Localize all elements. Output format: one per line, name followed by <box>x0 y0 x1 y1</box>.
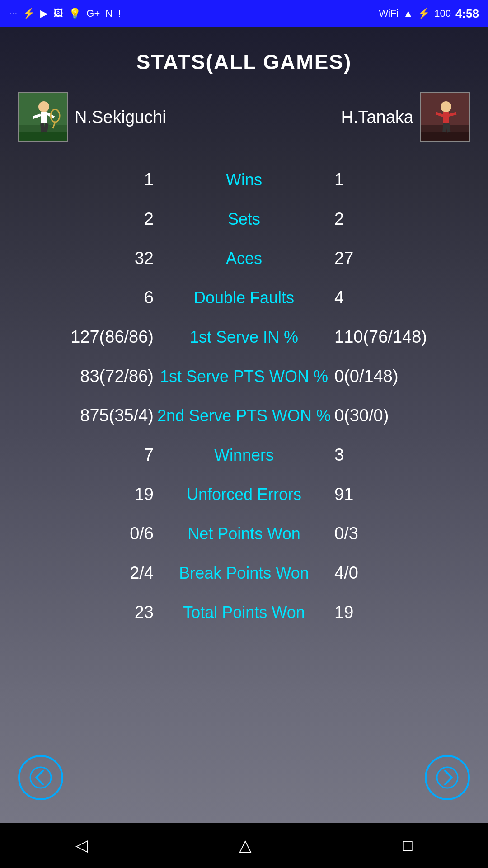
stat-left-value-7: 7 <box>36 445 154 465</box>
stat-left-value-11: 23 <box>36 603 154 622</box>
stat-label-7: Winners <box>154 446 334 465</box>
svg-rect-4 <box>41 112 47 123</box>
notification-icon: ··· <box>9 8 17 19</box>
stat-label-1: Sets <box>154 210 334 229</box>
stat-right-value-10: 4/0 <box>334 563 452 583</box>
image-icon: 🖼 <box>53 8 63 19</box>
wifi-icon: WiFi <box>379 8 399 19</box>
stat-label-11: Total Points Won <box>154 603 334 622</box>
main-content: STATS(ALL GAMES) <box>0 27 488 823</box>
stat-left-value-10: 2/4 <box>36 563 154 583</box>
player-right-name: H.Tanaka <box>341 108 413 127</box>
android-recent-btn[interactable]: □ <box>403 836 413 855</box>
media-icon: ▶ <box>40 8 48 19</box>
stat-label-4: 1st Serve IN % <box>154 328 334 347</box>
android-back-btn[interactable]: ◁ <box>75 836 88 855</box>
players-row: N.Sekiguchi <box>0 83 488 151</box>
status-time: 4:58 <box>455 7 479 21</box>
stat-label-8: Unforced Errors <box>154 485 334 504</box>
stat-right-value-11: 19 <box>334 603 452 622</box>
exclaim-icon: ! <box>118 8 121 19</box>
player-right-avatar <box>420 92 470 142</box>
stat-row: 32Aces27 <box>9 239 479 278</box>
android-home-btn[interactable]: △ <box>239 836 252 855</box>
stat-left-value-6: 875(35/4) <box>36 406 154 425</box>
stat-right-value-2: 27 <box>334 249 452 268</box>
svg-point-3 <box>38 101 49 112</box>
battery-icon: ⚡ <box>418 8 430 19</box>
stat-row: 7Winners3 <box>9 435 479 475</box>
stat-label-2: Aces <box>154 249 334 268</box>
stat-right-value-7: 3 <box>334 445 452 465</box>
stat-right-value-0: 1 <box>334 170 452 189</box>
stat-left-value-5: 83(72/86) <box>36 367 154 386</box>
stat-right-value-1: 2 <box>334 209 452 229</box>
stat-right-value-6: 0(30/0) <box>334 406 452 425</box>
player-right: H.Tanaka <box>341 92 470 142</box>
signal-icon: ▲ <box>403 8 413 19</box>
stats-container: 1Wins12Sets232Aces276Double Faults4127(8… <box>0 160 488 746</box>
player-left-avatar <box>18 92 68 142</box>
stat-row: 2/4Break Points Won4/0 <box>9 553 479 593</box>
svg-point-14 <box>441 101 451 112</box>
android-nav-bar: ◁ △ □ <box>0 823 488 868</box>
stat-row: 875(35/4)2nd Serve PTS WON %0(30/0) <box>9 396 479 435</box>
battery-level: 100 <box>434 8 451 19</box>
stat-row: 83(72/86)1st Serve PTS WON %0(0/148) <box>9 357 479 396</box>
stat-left-value-1: 2 <box>36 209 154 229</box>
gplus-icon: G+ <box>86 8 100 19</box>
stat-left-value-0: 1 <box>36 170 154 189</box>
stat-label-5: 1st Serve PTS WON % <box>154 367 334 386</box>
stat-label-3: Double Faults <box>154 288 334 307</box>
stat-row: 6Double Faults4 <box>9 278 479 317</box>
stat-left-value-4: 127(86/86) <box>36 327 154 347</box>
stat-row: 19Unforced Errors91 <box>9 475 479 514</box>
stat-left-value-9: 0/6 <box>36 524 154 543</box>
stat-right-value-4: 110(76/148) <box>334 327 452 347</box>
back-button[interactable] <box>18 755 63 800</box>
stat-row: 0/6Net Points Won0/3 <box>9 514 479 553</box>
status-icons-left: ··· ⚡ ▶ 🖼 💡 G+ N ! <box>9 8 121 19</box>
svg-rect-15 <box>443 112 449 123</box>
stat-row: 1Wins1 <box>9 160 479 199</box>
svg-rect-2 <box>19 132 68 142</box>
player-left: N.Sekiguchi <box>18 92 166 142</box>
stat-row: 23Total Points Won19 <box>9 593 479 632</box>
bottom-nav <box>0 746 488 814</box>
svg-point-21 <box>437 767 458 788</box>
stat-left-value-2: 32 <box>36 249 154 268</box>
svg-point-20 <box>30 767 51 788</box>
stat-label-6: 2nd Serve PTS WON % <box>154 406 334 425</box>
stat-right-value-5: 0(0/148) <box>334 367 452 386</box>
stat-right-value-9: 0/3 <box>334 524 452 543</box>
stat-label-0: Wins <box>154 170 334 189</box>
bulb-icon: 💡 <box>69 8 81 19</box>
nfc-icon: N <box>105 8 113 19</box>
svg-rect-13 <box>421 132 470 142</box>
status-icons-right: WiFi ▲ ⚡ 100 4:58 <box>379 7 479 21</box>
stat-row: 127(86/86)1st Serve IN %110(76/148) <box>9 317 479 357</box>
stat-right-value-8: 91 <box>334 485 452 504</box>
page-title: STATS(ALL GAMES) <box>0 36 488 83</box>
stat-row: 2Sets2 <box>9 199 479 239</box>
player-left-name: N.Sekiguchi <box>75 108 166 127</box>
stat-right-value-3: 4 <box>334 288 452 307</box>
stat-left-value-3: 6 <box>36 288 154 307</box>
stat-label-10: Break Points Won <box>154 564 334 583</box>
stat-left-value-8: 19 <box>36 485 154 504</box>
usb-icon: ⚡ <box>23 8 35 19</box>
status-bar: ··· ⚡ ▶ 🖼 💡 G+ N ! WiFi ▲ ⚡ 100 4:58 <box>0 0 488 27</box>
forward-button[interactable] <box>425 755 470 800</box>
stat-label-9: Net Points Won <box>154 524 334 543</box>
